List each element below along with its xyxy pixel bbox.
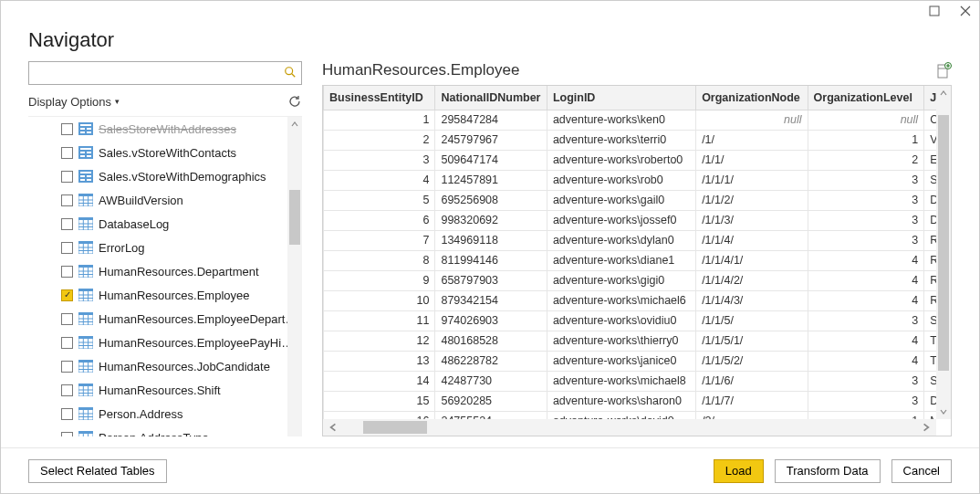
tree-item[interactable]: AWBuildVersion [28, 188, 302, 212]
column-header[interactable]: BusinessEntityID [324, 86, 435, 110]
checkbox[interactable] [61, 266, 73, 278]
display-options-label: Display Options [28, 95, 111, 109]
table-row[interactable]: 1556920285adventure-works\sharon0/1/1/7/… [324, 391, 937, 411]
tree-item[interactable]: Person.AddressType [28, 426, 302, 436]
tree-scrollbar[interactable] [287, 117, 302, 436]
add-column-icon[interactable] [937, 62, 952, 79]
checkbox[interactable] [61, 123, 73, 135]
checkbox[interactable] [61, 147, 73, 159]
table-row[interactable]: 11974026903adventure-works\ovidiu0/1/1/5… [324, 310, 937, 331]
svg-rect-12 [87, 152, 91, 153]
column-header[interactable]: OrganizationNode [696, 86, 808, 110]
cell: 3 [808, 210, 924, 230]
cell: 2 [324, 130, 435, 150]
checkbox[interactable] [61, 408, 73, 420]
grid-vertical-thumb[interactable] [938, 115, 949, 371]
table-row[interactable]: 7134969118adventure-works\dylan0/1/1/4/3… [324, 230, 937, 250]
table-row[interactable]: 13486228782adventure-works\janice0/1/1/5… [324, 351, 937, 371]
select-related-tables-button[interactable]: Select Related Tables [28, 459, 167, 483]
cell: adventure-works\janice0 [547, 351, 695, 371]
tree-item[interactable]: DatabaseLog [28, 212, 302, 236]
checkbox[interactable] [61, 432, 73, 437]
table-icon [78, 241, 93, 254]
checkbox[interactable] [61, 242, 73, 254]
search-input[interactable] [28, 61, 302, 85]
cell: 1 [808, 130, 924, 150]
table-row[interactable]: 2245797967adventure-works\terri0/1/1Vice [324, 130, 937, 150]
cell: Des [924, 391, 936, 411]
table-row[interactable]: 12480168528adventure-works\thierry0/1/1/… [324, 331, 937, 351]
tree-item[interactable]: HumanResources.JobCandidate [28, 354, 302, 378]
checkbox[interactable] [61, 218, 73, 230]
cell: Vice [924, 130, 936, 150]
column-header[interactable]: OrganizationLevel [808, 86, 924, 110]
svg-rect-17 [80, 175, 85, 177]
table-row[interactable]: 10879342154adventure-works\michael6/1/1/… [324, 290, 937, 310]
checkbox[interactable] [61, 289, 73, 301]
tree-item[interactable]: HumanResources.EmployeePayHistory [28, 331, 302, 354]
tree-scrollbar-thumb[interactable] [289, 190, 300, 245]
tree-item[interactable]: HumanResources.EmployeeDepartmen... [28, 307, 302, 331]
load-button[interactable]: Load [714, 459, 764, 483]
tree-item[interactable]: SalesStoreWithAddresses [28, 117, 302, 141]
cell: 3 [808, 170, 924, 190]
checkbox[interactable] [61, 337, 73, 349]
grid-horizontal-thumb[interactable] [363, 421, 427, 434]
column-header[interactable]: LoginID [547, 86, 695, 110]
cancel-button[interactable]: Cancel [891, 459, 952, 483]
table-row[interactable]: 4112457891adventure-works\rob0/1/1/1/3Se… [324, 170, 937, 190]
table-row[interactable]: 6998320692adventure-works\jossef0/1/1/3/… [324, 210, 937, 230]
checkbox[interactable] [61, 313, 73, 325]
transform-data-button[interactable]: Transform Data [775, 459, 881, 483]
table-row[interactable]: 5695256908adventure-works\gail0/1/1/2/3D… [324, 190, 937, 210]
tree-item[interactable]: HumanResources.Shift [28, 378, 302, 402]
cell: 509647174 [435, 150, 547, 170]
table-row[interactable]: 1295847284adventure-works\ken0nullnullCh… [324, 110, 937, 130]
tree-item[interactable]: Sales.vStoreWithContacts [28, 141, 302, 164]
cell: adventure-works\jossef0 [547, 210, 695, 230]
display-options-dropdown[interactable]: Display Options ▾ [28, 95, 120, 109]
cell: Sen [924, 371, 936, 391]
tree-item[interactable]: HumanResources.Department [28, 259, 302, 283]
column-header[interactable]: NationalIDNumber [435, 86, 547, 110]
cell: Sen [924, 310, 936, 331]
scroll-right-icon[interactable] [918, 419, 934, 436]
tree-item[interactable]: ErrorLog [28, 236, 302, 259]
cell: adventure-works\rob0 [547, 170, 695, 190]
table-icon [78, 431, 93, 436]
table-row[interactable]: 8811994146adventure-works\diane1/1/1/4/1… [324, 250, 937, 270]
cell: 245797967 [435, 130, 547, 150]
tree-item[interactable]: HumanResources.Employee [28, 283, 302, 307]
checkbox[interactable] [61, 171, 73, 183]
close-icon[interactable] [959, 5, 972, 17]
table-row[interactable]: 9658797903adventure-works\gigi0/1/1/4/2/… [324, 270, 937, 290]
tree-item[interactable]: Person.Address [28, 402, 302, 426]
maximize-icon[interactable] [928, 5, 941, 17]
checkbox[interactable] [61, 361, 73, 373]
search-icon[interactable] [284, 66, 297, 79]
dialog-header: Navigator [1, 28, 979, 61]
cell: Eng [924, 150, 936, 170]
cell: 4 [808, 331, 924, 351]
svg-rect-22 [78, 194, 93, 196]
scroll-up-icon[interactable] [287, 117, 302, 131]
table-row[interactable]: 1442487730adventure-works\michael8/1/1/6… [324, 371, 937, 391]
cell: 134969118 [435, 230, 547, 250]
checkbox[interactable] [61, 194, 73, 206]
checkbox[interactable] [61, 384, 73, 396]
table-row[interactable]: 1624755524adventure-works\david0/2/1Ma [324, 411, 937, 419]
tree-item-label: AWBuildVersion [99, 194, 183, 207]
tree-item[interactable]: Sales.vStoreWithDemographics [28, 164, 302, 188]
table-icon [78, 336, 93, 349]
table-row[interactable]: 3509647174adventure-works\roberto0/1/1/2… [324, 150, 937, 170]
grid-horizontal-scrollbar[interactable] [323, 419, 936, 436]
object-tree[interactable]: SalesStoreWithAddressesSales.vStoreWithC… [28, 117, 302, 436]
cell: 11 [324, 310, 435, 331]
grid-vertical-scrollbar[interactable] [936, 86, 951, 419]
scroll-up-icon[interactable] [936, 86, 951, 100]
cell: 3 [808, 310, 924, 331]
scroll-left-icon[interactable] [325, 419, 341, 436]
column-header[interactable]: JobTitle [924, 86, 936, 110]
scroll-down-icon[interactable] [936, 405, 951, 419]
refresh-icon[interactable] [287, 94, 302, 109]
